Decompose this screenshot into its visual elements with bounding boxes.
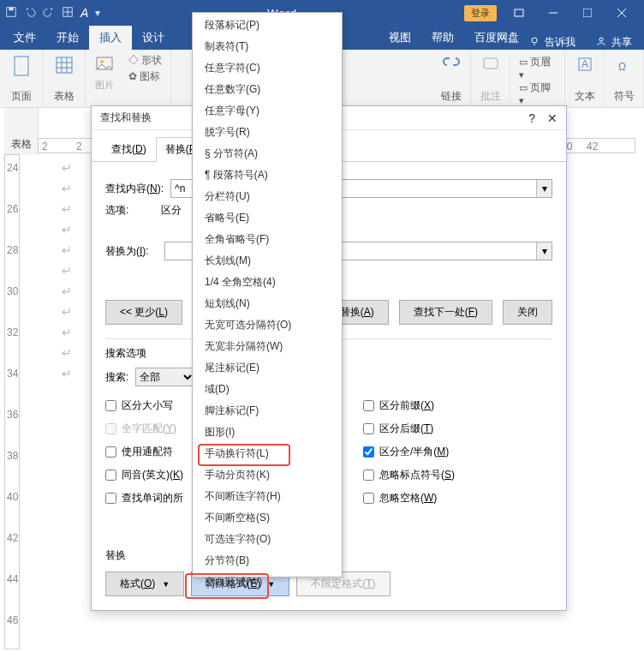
header-button[interactable]: ▭ 页眉 ▾	[519, 55, 556, 81]
mi-section-char[interactable]: § 分节符(A)	[193, 143, 342, 164]
textbox-icon[interactable]: A	[575, 53, 594, 77]
search-direction-select[interactable]: 全部	[135, 368, 195, 386]
mi-column-break[interactable]: 分栏符(U)	[193, 186, 342, 207]
mi-pilcrow[interactable]: ¶ 段落符号(A)	[193, 164, 342, 186]
find-dropdown-icon[interactable]: ▾	[536, 180, 552, 197]
tab-find[interactable]: 查找(D)	[102, 137, 156, 161]
tab-file[interactable]: 文件	[3, 26, 46, 50]
table-group-extra: 表格	[4, 108, 39, 155]
symbol-label: 符号	[614, 89, 635, 104]
mi-caret[interactable]: 脱字号(R)	[193, 122, 342, 143]
ruler-vertical[interactable]: 24 26 28 30 32 34 36 38 40 42 44 46	[4, 154, 20, 649]
tab-insert[interactable]: 插入	[89, 26, 132, 50]
chk-prefix[interactable]: 区分前缀(X)	[363, 398, 552, 413]
mi-field[interactable]: 域(D)	[193, 379, 342, 400]
mi-any-letter[interactable]: 任意字母(Y)	[193, 100, 342, 122]
minimize-icon[interactable]	[536, 1, 570, 25]
mi-paragraph-mark[interactable]: 段落标记(P)	[193, 15, 342, 36]
qat-more-icon[interactable]: ▾	[95, 7, 100, 19]
table-icon[interactable]	[54, 53, 75, 79]
tab-design[interactable]: 设计	[132, 26, 175, 50]
comment-icon[interactable]	[481, 53, 500, 77]
mi-any-char[interactable]: 任意字符(C)	[193, 57, 342, 79]
group-link: 链接	[432, 50, 471, 107]
mi-graphic[interactable]: 图形(I)	[193, 422, 342, 443]
login-button[interactable]: 登录	[464, 5, 497, 21]
quick-access-toolbar: A ▾	[5, 6, 100, 21]
maximize-icon[interactable]	[570, 1, 605, 25]
text-label: 文本	[575, 89, 595, 104]
dialog-title: 查找和替换	[100, 111, 152, 125]
icons-button[interactable]: ✿ 图标	[128, 69, 162, 84]
mi-whitespace[interactable]: 空白区域(W)	[193, 571, 342, 593]
footer-button[interactable]: ▭ 页脚 ▾	[519, 81, 556, 106]
close-button[interactable]: 关闭	[503, 300, 552, 325]
mi-tab[interactable]: 制表符(T)	[193, 36, 342, 57]
mi-any-digit[interactable]: 任意数字(G)	[193, 79, 342, 100]
tab-help[interactable]: 帮助	[421, 26, 464, 50]
symbol-icon[interactable]: Ω	[615, 53, 634, 77]
help-icon[interactable]: ?	[528, 111, 535, 125]
mi-nowidth-opt[interactable]: 无宽可选分隔符(O)	[193, 314, 342, 336]
less-button[interactable]: << 更少(L)	[105, 300, 182, 325]
mi-en-dash[interactable]: 短划线(N)	[193, 293, 342, 314]
share-icon	[596, 36, 606, 49]
chk-fullhalf[interactable]: 区分全/半角(M)	[363, 445, 552, 459]
share-label[interactable]: 共享	[611, 35, 632, 50]
link-label: 链接	[441, 89, 462, 104]
table-icon[interactable]	[62, 6, 74, 21]
tab-home[interactable]: 开始	[46, 26, 89, 50]
svg-rect-5	[515, 9, 523, 16]
svg-point-12	[599, 38, 603, 41]
findnext-button[interactable]: 查找下一处(F)	[399, 300, 492, 325]
mi-em-dash[interactable]: 长划线(M)	[193, 250, 342, 272]
mi-manual-line[interactable]: 手动换行符(L)	[193, 443, 342, 464]
chk-space[interactable]: 忽略空格(W)	[363, 491, 552, 505]
page-label: 页面	[11, 89, 32, 104]
tellme-label[interactable]: 告诉我	[545, 35, 575, 50]
mi-manual-page[interactable]: 手动分页符(K)	[193, 464, 342, 486]
ribbon-options-icon[interactable]	[502, 1, 536, 25]
undo-icon[interactable]	[24, 6, 36, 21]
format-button[interactable]: 格式(O)▼	[105, 571, 184, 596]
replace-dropdown-icon[interactable]: ▾	[536, 242, 552, 260]
shapes-button[interactable]: ◇ 形状	[128, 53, 162, 68]
group-text: A 文本	[565, 50, 605, 107]
clearformat-icon[interactable]: A	[80, 6, 88, 20]
mi-nb-space[interactable]: 不间断空格(S)	[193, 507, 342, 529]
lightbulb-icon	[529, 36, 540, 49]
redo-icon[interactable]	[43, 6, 55, 21]
shapes-icon: ◇	[128, 54, 139, 66]
chevron-down-icon: ▼	[162, 580, 170, 589]
mi-opt-hyphen[interactable]: 可选连字符(O)	[193, 529, 342, 550]
mi-nb-hyphen[interactable]: 不间断连字符(H)	[193, 486, 342, 507]
mi-quarter-em[interactable]: 1/4 全角空格(4)	[193, 272, 342, 293]
mi-endnote[interactable]: 尾注标记(E)	[193, 357, 342, 379]
mi-section-break[interactable]: 分节符(B)	[193, 550, 342, 571]
group-comment: 批注	[471, 50, 510, 107]
tab-baidu[interactable]: 百度网盘	[464, 26, 529, 50]
options-label: 选项:	[105, 203, 128, 218]
page-icon[interactable]	[11, 53, 32, 79]
window-controls: 登录	[464, 1, 639, 25]
mi-nowidth-non[interactable]: 无宽非分隔符(W)	[193, 336, 342, 357]
close-icon[interactable]	[605, 1, 639, 25]
mi-ellipsis[interactable]: 省略号(E)	[193, 207, 342, 229]
mi-footnote[interactable]: 脚注标记(F)	[193, 400, 342, 422]
mi-full-ellipsis[interactable]: 全角省略号(F)	[193, 229, 342, 250]
save-icon[interactable]	[5, 6, 17, 21]
options-value: 区分	[161, 203, 182, 218]
pictures-icon[interactable]	[94, 53, 115, 77]
group-headerfooter: ▭ 页眉 ▾ ▭ 页脚 ▾	[510, 50, 565, 107]
svg-point-10	[532, 38, 537, 43]
svg-rect-13	[15, 57, 28, 75]
link-icon[interactable]	[442, 53, 461, 77]
group-page: 页面	[0, 50, 43, 107]
group-symbol: Ω 符号	[605, 50, 644, 107]
chk-punct[interactable]: 忽略标点符号(S)	[363, 468, 552, 482]
svg-text:A: A	[581, 58, 588, 70]
svg-rect-1	[9, 7, 13, 10]
tab-view[interactable]: 视图	[379, 26, 421, 50]
dialog-close-icon[interactable]: ✕	[547, 111, 558, 125]
chk-suffix[interactable]: 区分后缀(T)	[363, 422, 552, 436]
